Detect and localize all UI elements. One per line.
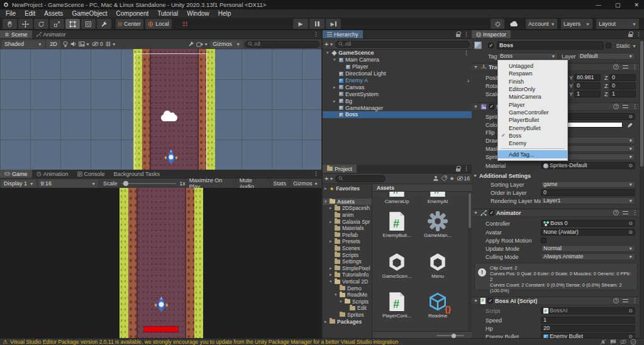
hierarchy-row[interactable]: Boss: [323, 111, 472, 118]
hierarchy-row[interactable]: EventSystem: [323, 90, 472, 97]
asset-item[interactable]: GameScen...: [377, 251, 417, 279]
hierarchy-search-input[interactable]: [345, 41, 467, 47]
foldout-icon[interactable]: ▼: [474, 65, 479, 69]
tab-animation[interactable]: Animation: [32, 170, 73, 178]
kebab-menu-icon[interactable]: ⋮: [464, 166, 469, 172]
tag-menu-item[interactable]: Player: [498, 101, 567, 108]
folder-row[interactable]: ★ Presets: [323, 238, 372, 245]
player-ship-sprite[interactable]: [165, 150, 177, 165]
folder-row[interactable]: ★ Materials: [323, 225, 372, 232]
kebab-menu-icon[interactable]: ⋮: [313, 171, 319, 177]
help-icon[interactable]: ?: [613, 298, 619, 304]
shading-mode-dropdown[interactable]: Shaded▼: [2, 40, 45, 48]
slider-knob[interactable]: [452, 334, 456, 338]
expander-icon[interactable]: [330, 205, 335, 211]
tag-dropdown-control[interactable]: Boss▼: [497, 53, 558, 60]
menu-item[interactable]: Tutorial: [153, 10, 182, 17]
kebab-menu-icon[interactable]: ⋮: [636, 31, 641, 37]
scene-search-input[interactable]: [254, 41, 316, 47]
mute-audio-button[interactable]: Mute Audio: [236, 178, 270, 189]
expander-icon[interactable]: [333, 99, 339, 104]
folder-row[interactable]: ★ Scripts: [323, 251, 372, 258]
tag-menu-item[interactable]: Finish: [498, 78, 567, 85]
tab-inspector[interactable]: iInspector: [472, 30, 511, 38]
active-checkbox[interactable]: [488, 43, 494, 48]
foldout-icon[interactable]: ▼: [473, 173, 478, 178]
project-search-input[interactable]: [345, 175, 382, 182]
folder-row[interactable]: ★ TutorialInfo: [323, 271, 372, 278]
thumbnail-size-slider[interactable]: [436, 335, 464, 336]
expander-icon[interactable]: [333, 85, 339, 90]
progress-done-icon[interactable]: [630, 339, 636, 345]
kebab-menu-icon[interactable]: ⋮: [632, 104, 638, 109]
kebab-menu-icon[interactable]: ⋮: [632, 298, 638, 304]
hierarchy-row[interactable]: Canvas: [323, 84, 472, 90]
tag-menu-item[interactable]: EditorOnly: [498, 85, 567, 93]
enabled-checkbox[interactable]: [489, 104, 494, 109]
tag-menu-item[interactable]: GameController: [498, 109, 567, 116]
lock-icon[interactable]: [456, 168, 460, 172]
menu-item[interactable]: Edit: [20, 10, 40, 17]
layers-dropdown[interactable]: Layers▼: [561, 19, 592, 29]
step-button[interactable]: ▶: [326, 19, 341, 29]
folder-row[interactable]: ★ Vertical 2D: [323, 278, 372, 285]
hand-tool-button[interactable]: [3, 19, 17, 29]
rotation-z-field[interactable]: 0: [609, 82, 636, 89]
foldout-icon[interactable]: ▼: [474, 298, 479, 303]
help-icon[interactable]: ?: [613, 104, 619, 109]
aspect-ratio-dropdown[interactable]: 9:16▼: [38, 180, 99, 188]
folder-row[interactable]: ★ Prefab: [323, 232, 372, 239]
row-right-glyph[interactable]: [467, 77, 469, 84]
scene-viewport[interactable]: [0, 49, 321, 170]
minimize-button[interactable]: —: [596, 2, 601, 8]
add-asset-button[interactable]: +▼: [325, 175, 333, 182]
move-tool-button[interactable]: [18, 19, 33, 29]
scene-visibility-toggle[interactable]: 0: [92, 41, 103, 47]
menu-item[interactable]: Window: [182, 10, 214, 17]
enabled-checkbox[interactable]: [489, 210, 494, 216]
expander-icon[interactable]: [330, 219, 335, 224]
additional-settings-foldout[interactable]: ▼Additional Settings: [472, 172, 639, 180]
folder-row[interactable]: ★ Assets: [323, 199, 372, 205]
scene-audio-icon[interactable]: [70, 41, 77, 47]
tag-menu-item[interactable]: Untagged: [498, 62, 567, 70]
scene-camera-dropdown[interactable]: ▼: [196, 41, 208, 47]
order-in-layer-field[interactable]: 0: [541, 189, 635, 196]
presets-icon[interactable]: [623, 298, 628, 304]
hp-field[interactable]: 20: [541, 325, 635, 332]
folder-row[interactable]: ★ anim: [323, 212, 372, 219]
expander-icon[interactable]: [330, 266, 335, 271]
expander-icon[interactable]: [340, 299, 345, 304]
asset-item[interactable]: #PlayerCont...: [377, 291, 417, 319]
folder-row[interactable]: ★ Scenes: [323, 245, 372, 252]
hierarchy-row[interactable]: Player: [323, 63, 472, 70]
asset-item[interactable]: #EnemyAI: [418, 192, 458, 204]
kebab-menu-icon[interactable]: ⋮: [313, 31, 319, 37]
menu-item[interactable]: Assets: [40, 10, 67, 17]
culling-mode-dropdown[interactable]: Always Animate▼: [541, 253, 635, 260]
expander-icon[interactable]: [335, 292, 340, 297]
pause-button[interactable]: [309, 19, 325, 29]
folder-row[interactable]: ★ Settings: [323, 258, 372, 265]
search-by-label-icon[interactable]: [441, 175, 447, 182]
maximize-button[interactable]: ▢: [615, 2, 621, 8]
transform-tool-button[interactable]: [81, 19, 96, 29]
favorites-filter-icon[interactable]: ★: [449, 175, 454, 182]
position-z-field[interactable]: 0: [609, 74, 636, 81]
menu-item[interactable]: File: [1, 10, 20, 17]
tag-menu-item[interactable]: Respawn: [498, 70, 567, 77]
folder-row[interactable]: ★ Demo: [323, 285, 372, 292]
tab-hierarchy[interactable]: Hierarchy: [323, 30, 363, 38]
foldout-icon[interactable]: ▼: [474, 211, 479, 215]
speed-field[interactable]: 1: [541, 317, 635, 324]
scene-gizmos-dropdown[interactable]: Gizmos▼: [210, 40, 243, 48]
expander-icon[interactable]: [330, 272, 335, 277]
pivot-mode-button[interactable]: Center: [116, 19, 143, 29]
foldout-icon[interactable]: ▼: [474, 104, 479, 109]
activity-indicator-button[interactable]: [491, 19, 504, 29]
rect-tool-button[interactable]: [65, 19, 80, 29]
asset-item[interactable]: #CameraUp: [377, 192, 417, 204]
expander-icon[interactable]: [330, 279, 335, 284]
folder-row[interactable]: ★ ReadMe: [323, 292, 372, 298]
menu-item[interactable]: Component: [112, 10, 153, 17]
